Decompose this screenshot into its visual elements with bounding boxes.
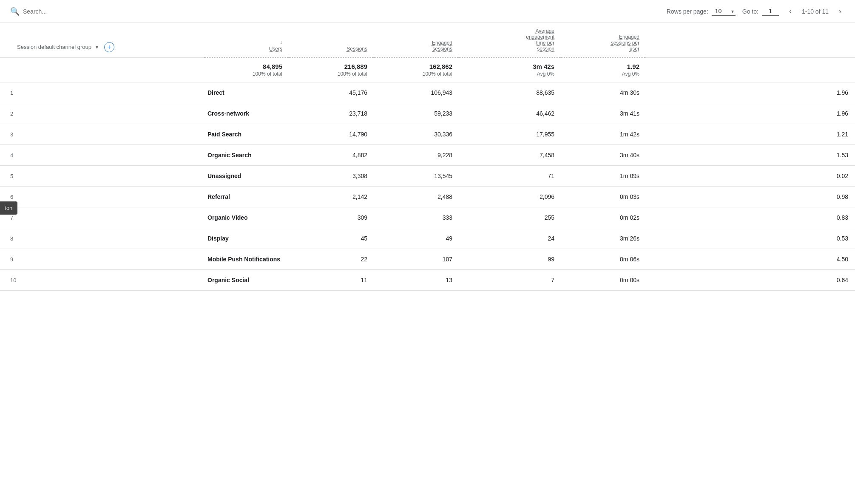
- row-number-cell: 8: [0, 228, 204, 249]
- engaged-sessions-per-user-cell: 0.83: [646, 207, 855, 228]
- avg-engagement-time-cell: 1m 09s: [561, 166, 646, 187]
- data-table: Session default channel group ▾ + ↓ User…: [0, 23, 855, 291]
- channel-name-cell[interactable]: Mobile Push Notifications: [204, 249, 289, 270]
- engaged-sessions-per-user-cell: 0.02: [646, 166, 855, 187]
- totals-engaged-per-user-pct: Avg 0%: [568, 71, 639, 77]
- channel-name-cell[interactable]: Direct: [204, 82, 289, 103]
- engaged-sessions-cell: 7,458: [459, 145, 561, 166]
- channel-name-cell[interactable]: Organic Social: [204, 270, 289, 291]
- users-cell: 309: [289, 207, 374, 228]
- totals-engaged-sessions-pct: 100% of total: [381, 71, 452, 77]
- engaged-sessions-column-header[interactable]: Engagedsessions: [374, 23, 459, 57]
- add-dimension-button[interactable]: +: [104, 42, 114, 52]
- avg-engagement-time-cell: 0m 00s: [561, 270, 646, 291]
- sessions-cell: 30,336: [374, 124, 459, 145]
- dimension-column-label: Session default channel group: [17, 44, 91, 50]
- table-row: 8 Display 45 49 24 3m 26s 0.53: [0, 228, 855, 249]
- row-number-cell: 4: [0, 145, 204, 166]
- avg-engagement-time-column-label: Averageengagementtime persession: [526, 28, 554, 52]
- row-number-cell: 2: [0, 103, 204, 124]
- channel-name-cell[interactable]: Referral: [204, 187, 289, 207]
- table-body: 1 Direct 45,176 106,943 88,635 4m 30s 1.…: [0, 82, 855, 291]
- engaged-sessions-cell: 46,462: [459, 103, 561, 124]
- goto-input[interactable]: [762, 7, 779, 16]
- sessions-cell: 13: [374, 270, 459, 291]
- table-row: 3 Paid Search 14,790 30,336 17,955 1m 42…: [0, 124, 855, 145]
- users-cell: 45: [289, 228, 374, 249]
- goto-label: Go to:: [742, 8, 758, 15]
- avg-engagement-time-cell: 3m 26s: [561, 228, 646, 249]
- engaged-sessions-cell: 2,096: [459, 187, 561, 207]
- totals-engaged-per-user-cell: 1.92 Avg 0%: [561, 57, 646, 82]
- sessions-cell: 13,545: [374, 166, 459, 187]
- rows-per-page-label: Rows per page:: [667, 8, 708, 15]
- avg-engagement-time-cell: 1m 42s: [561, 124, 646, 145]
- sessions-cell: 106,943: [374, 82, 459, 103]
- table-row: 6 Referral 2,142 2,488 2,096 0m 03s 0.98: [0, 187, 855, 207]
- avg-engagement-time-cell: 8m 06s: [561, 249, 646, 270]
- totals-users-value: 84,895: [211, 63, 282, 70]
- table-row: 5 Unassigned 3,308 13,545 71 1m 09s 0.02: [0, 166, 855, 187]
- engaged-sessions-cell: 88,635: [459, 82, 561, 103]
- totals-avg-time-pct: Avg 0%: [466, 71, 554, 77]
- pagination-controls: Rows per page: 10 25 50 100 Go to: ‹ 1-1…: [667, 5, 845, 17]
- avg-engagement-time-cell: 3m 40s: [561, 145, 646, 166]
- sessions-cell: 2,488: [374, 187, 459, 207]
- users-column-label: Users: [269, 46, 282, 52]
- row-number-cell: 9: [0, 249, 204, 270]
- goto-section: Go to:: [742, 7, 779, 16]
- totals-users-pct: 100% of total: [211, 71, 282, 77]
- totals-avg-time-value: 3m 42s: [466, 63, 554, 70]
- next-page-button[interactable]: ›: [835, 5, 845, 17]
- totals-sessions-pct: 100% of total: [296, 71, 367, 77]
- channel-name-cell[interactable]: Paid Search: [204, 124, 289, 145]
- engaged-sessions-per-user-cell: 1.21: [646, 124, 855, 145]
- row-number-cell: 6: [0, 187, 204, 207]
- engaged-sessions-per-user-cell: 0.64: [646, 270, 855, 291]
- row-number-cell: 7: [0, 207, 204, 228]
- engaged-sessions-cell: 71: [459, 166, 561, 187]
- table-row: 1 Direct 45,176 106,943 88,635 4m 30s 1.…: [0, 82, 855, 103]
- rows-per-page-select-wrapper[interactable]: 10 25 50 100: [712, 7, 736, 16]
- search-input[interactable]: [23, 8, 108, 15]
- search-icon: 🔍: [10, 7, 20, 16]
- channel-name-cell[interactable]: Organic Search: [204, 145, 289, 166]
- users-cell: 22: [289, 249, 374, 270]
- users-cell: 4,882: [289, 145, 374, 166]
- totals-sessions-cell: 216,889 100% of total: [289, 57, 374, 82]
- avg-engagement-time-cell: 0m 02s: [561, 207, 646, 228]
- channel-name-cell[interactable]: Cross-network: [204, 103, 289, 124]
- avg-engagement-time-cell: 4m 30s: [561, 82, 646, 103]
- engaged-sessions-per-user-cell: 1.96: [646, 103, 855, 124]
- row-number-cell: 3: [0, 124, 204, 145]
- table-row: 4 Organic Search 4,882 9,228 7,458 3m 40…: [0, 145, 855, 166]
- engaged-sessions-column-label: Engagedsessions: [432, 40, 452, 52]
- engaged-sessions-per-user-cell: 1.96: [646, 82, 855, 103]
- totals-row: 84,895 100% of total 216,889 100% of tot…: [0, 57, 855, 82]
- rows-per-page-section: Rows per page: 10 25 50 100: [667, 7, 736, 16]
- users-cell: 3,308: [289, 166, 374, 187]
- totals-engaged-sessions-value: 162,862: [381, 63, 452, 70]
- table-header-row: Session default channel group ▾ + ↓ User…: [0, 23, 855, 57]
- rows-per-page-select[interactable]: 10 25 50 100: [712, 7, 736, 16]
- row-number-cell: 5: [0, 166, 204, 187]
- prev-page-button[interactable]: ‹: [786, 5, 795, 17]
- users-column-header[interactable]: ↓ Users: [204, 23, 289, 57]
- engaged-sessions-per-user-column-header[interactable]: Engagedsessions peruser: [561, 23, 646, 57]
- engaged-sessions-cell: 99: [459, 249, 561, 270]
- users-cell: 11: [289, 270, 374, 291]
- channel-name-cell[interactable]: Display: [204, 228, 289, 249]
- search-box[interactable]: 🔍: [10, 7, 108, 16]
- row-number-cell: 10: [0, 270, 204, 291]
- table-row: 2 Cross-network 23,718 59,233 46,462 3m …: [0, 103, 855, 124]
- totals-engaged-sessions-cell: 162,862 100% of total: [374, 57, 459, 82]
- channel-name-cell[interactable]: Organic Video: [204, 207, 289, 228]
- dimension-dropdown-icon[interactable]: ▾: [96, 44, 98, 50]
- sessions-column-header[interactable]: Sessions: [289, 23, 374, 57]
- users-cell: 45,176: [289, 82, 374, 103]
- table-row: 9 Mobile Push Notifications 22 107 99 8m…: [0, 249, 855, 270]
- toolbar: 🔍 Rows per page: 10 25 50 100 Go to:: [0, 0, 855, 23]
- channel-name-cell[interactable]: Unassigned: [204, 166, 289, 187]
- dimension-column-header[interactable]: Session default channel group ▾ +: [0, 23, 204, 57]
- avg-engagement-time-column-header[interactable]: Averageengagementtime persession: [459, 23, 561, 57]
